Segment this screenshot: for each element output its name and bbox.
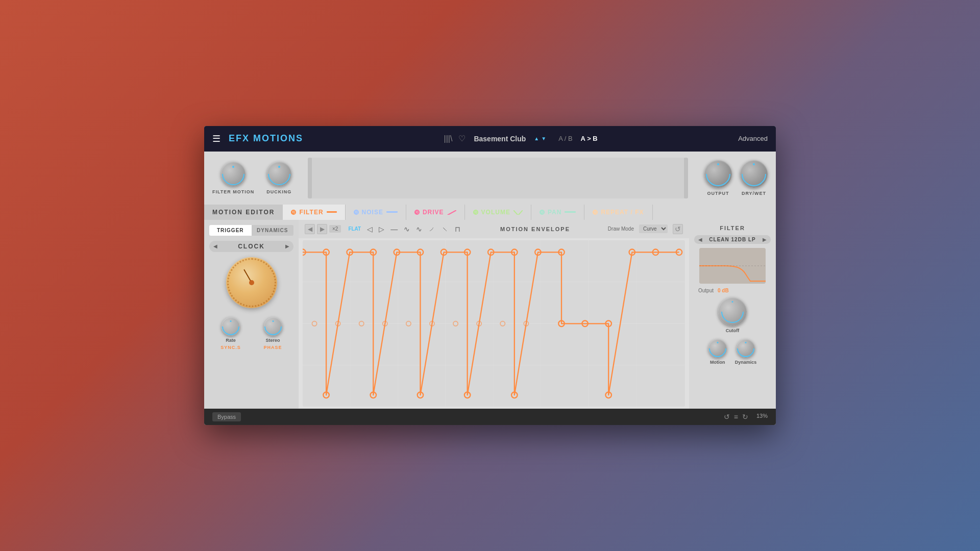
clock-label: CLOCK	[219, 243, 283, 250]
repeat-power-icon[interactable]: ⏻	[593, 210, 598, 215]
shape-right-btn[interactable]: ▷	[377, 224, 386, 234]
draw-mode-label: Draw Mode	[608, 226, 634, 232]
filter-motion-label: FILTER MOTION	[212, 189, 254, 194]
shape-sine-btn[interactable]: ∿	[402, 224, 412, 234]
bypass-button[interactable]: Bypass	[212, 412, 241, 421]
tab-filter[interactable]: ⏻ FILTER	[283, 205, 345, 220]
envelope-title: MOTION ENVELOPE	[468, 226, 603, 232]
dynamics-knob[interactable]	[737, 339, 755, 358]
waveform-handle-left[interactable]	[308, 158, 312, 198]
preset-name: Basement Club	[474, 135, 526, 143]
motion-knob-group: Motion	[708, 339, 727, 365]
filter-type-next[interactable]: ▶	[763, 237, 767, 242]
tab-volume-label: VOLUME	[481, 209, 510, 216]
filter-type-label: CLEAN 12DB LP	[709, 237, 755, 242]
dynamics-tab[interactable]: DYNAMICS	[252, 225, 294, 236]
shape-left-btn[interactable]: ◁	[365, 224, 375, 234]
redo-button[interactable]: ↻	[742, 413, 748, 421]
output-knob[interactable]	[704, 160, 732, 188]
filter-motion-group: FILTER MOTION	[212, 162, 254, 194]
dry-wet-knob[interactable]	[740, 160, 768, 188]
prev-preset-button[interactable]: ▲	[534, 136, 539, 141]
dynamics-knob-group: Dynamics	[735, 339, 757, 365]
env-next-button[interactable]: ▶	[317, 224, 327, 234]
shape-buttons: FLAT ◁ ▷ — ∿ ∿ ⟋ ⟍ ⊓	[346, 224, 462, 234]
clock-dial-container	[209, 257, 293, 308]
shape-ramp-btn[interactable]: ⟋	[426, 224, 437, 234]
envelope-canvas[interactable]	[303, 240, 685, 407]
header-icons: |||\ ♡	[444, 134, 465, 143]
rate-group: Rate SYNC.S	[220, 317, 241, 350]
output-group: OUTPUT	[704, 160, 732, 196]
ab-active-button[interactable]: A > B	[581, 135, 598, 142]
envelope-area: ◀ ▶ ×2 FLAT ◁ ▷ — ∿ ∿ ⟋ ⟍ ⊓ MOTION ENVEL…	[299, 220, 689, 409]
ab-label: A / B	[558, 135, 572, 142]
dry-wet-label: DRY/WET	[742, 191, 766, 196]
env-x2-button[interactable]: ×2	[329, 225, 341, 233]
library-icon[interactable]: |||\	[444, 134, 452, 143]
tab-filter-label: FILTER	[299, 209, 323, 216]
env-refresh-button[interactable]: ↺	[673, 224, 683, 234]
dynamics-label: Dynamics	[735, 360, 757, 365]
zoom-percent: 13%	[756, 413, 768, 421]
shape-line-btn[interactable]: —	[388, 224, 400, 234]
noise-power-icon[interactable]: ⏻	[354, 210, 359, 215]
filter-panel-title: FILTER	[720, 225, 745, 231]
filter-output-label: Output	[698, 288, 714, 293]
tab-repeat-label: REPEAT / FX	[601, 209, 644, 216]
shape-ramp2-btn[interactable]: ⟍	[439, 224, 451, 234]
tab-repeat-fx[interactable]: ⏻ REPEAT / FX	[584, 205, 652, 220]
filter-bottom-knobs: Motion Dynamics	[694, 339, 771, 365]
ducking-group: DUCKING	[266, 162, 291, 194]
env-nav: ◀ ▶ ×2	[305, 224, 341, 234]
env-prev-button[interactable]: ◀	[305, 224, 315, 234]
filter-output-value: 0 dB	[718, 288, 729, 293]
top-controls: FILTER MOTION DUCKING OUTPUT DRY	[204, 152, 776, 205]
menu-button[interactable]: ☰	[212, 133, 220, 144]
tab-volume[interactable]: ⏻ VOLUME	[465, 205, 531, 220]
draw-mode-select[interactable]: Curve Linear	[639, 224, 668, 233]
tab-drive[interactable]: ⏻ DRIVE	[406, 205, 465, 220]
tab-noise[interactable]: ⏻ NOISE	[346, 205, 406, 220]
filter-motion-knob[interactable]	[221, 162, 246, 186]
stereo-knob[interactable]	[264, 317, 282, 336]
filter-tab-indicator	[327, 211, 337, 213]
trigger-tab[interactable]: TRIGGER	[209, 225, 252, 236]
pan-tab-indicator	[565, 211, 576, 213]
tab-noise-label: NOISE	[362, 209, 383, 216]
waveform-handle-right[interactable]	[684, 158, 688, 198]
clock-next-button[interactable]: ▶	[285, 243, 289, 249]
ducking-knob[interactable]	[267, 162, 291, 186]
volume-power-icon[interactable]: ⏻	[473, 210, 478, 215]
clock-dial[interactable]	[226, 257, 277, 308]
rate-label: Rate	[226, 338, 236, 343]
main-content: TRIGGER DYNAMICS ◀ CLOCK ▶	[204, 220, 776, 409]
filter-type-prev[interactable]: ◀	[698, 237, 702, 242]
rate-knob[interactable]	[222, 317, 240, 336]
flat-button[interactable]: FLAT	[346, 225, 363, 233]
rate-stereo-controls: Rate SYNC.S Stereo PHASE	[209, 317, 293, 350]
motion-knob[interactable]	[708, 339, 727, 358]
cutoff-label: Cutoff	[726, 328, 740, 333]
shape-sine2-btn[interactable]: ∿	[414, 224, 424, 234]
undo-button[interactable]: ↺	[724, 413, 730, 421]
favorite-icon[interactable]: ♡	[458, 134, 465, 143]
pan-power-icon[interactable]: ⏻	[540, 210, 545, 215]
left-panel: TRIGGER DYNAMICS ◀ CLOCK ▶	[204, 220, 299, 409]
drive-power-icon[interactable]: ⏻	[414, 210, 420, 215]
next-preset-button[interactable]: ▼	[541, 136, 546, 141]
tab-pan[interactable]: ⏻ PAN	[531, 205, 584, 220]
cutoff-knob[interactable]	[718, 297, 747, 326]
tabs: ⏻ FILTER ⏻ NOISE ⏻ DRIVE ⏻ VOLUME	[283, 205, 776, 220]
rate-sublabel: SYNC.S	[220, 345, 241, 350]
clock-prev-button[interactable]: ◀	[213, 243, 217, 249]
waveform-display	[308, 158, 688, 198]
filter-power-icon[interactable]: ⏻	[291, 210, 296, 215]
motion-editor-label: MOTION EDITOR	[204, 205, 283, 220]
filter-output-row: Output 0 dB	[694, 288, 771, 293]
shape-square-btn[interactable]: ⊓	[453, 224, 462, 234]
advanced-button[interactable]: Advanced	[738, 135, 768, 142]
status-menu-button[interactable]: ≡	[734, 413, 738, 421]
envelope-header: ◀ ▶ ×2 FLAT ◁ ▷ — ∿ ∿ ⟋ ⟍ ⊓ MOTION ENVEL…	[299, 220, 689, 238]
status-icons: ↺ ≡ ↻ 13%	[724, 413, 768, 421]
